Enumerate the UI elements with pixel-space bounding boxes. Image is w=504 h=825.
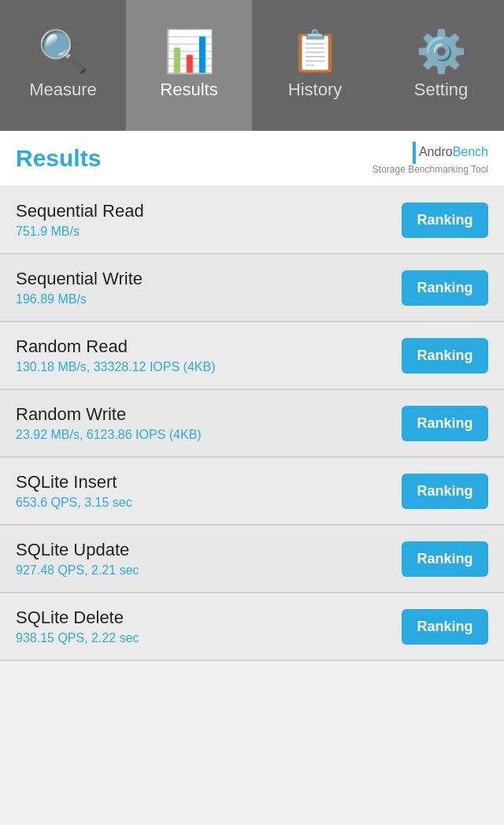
nav-label-results: Results <box>160 80 217 100</box>
result-value-1: 196.89 MB/s <box>16 292 402 307</box>
ranking-button-5[interactable]: Ranking <box>402 541 488 577</box>
result-info-6: SQLite Delete 938.15 QPS, 2.22 sec <box>16 608 402 645</box>
nav-item-setting[interactable]: ⚙️ Setting <box>378 0 504 131</box>
brand-name: AndroBench <box>413 142 488 164</box>
ranking-button-3[interactable]: Ranking <box>402 406 488 441</box>
nav-item-history[interactable]: 📋 History <box>252 0 378 131</box>
result-row: SQLite Update 927.48 QPS, 2.21 sec Ranki… <box>0 526 504 593</box>
result-name-2: Random Read <box>16 336 402 357</box>
page-title: Results <box>16 145 101 172</box>
result-info-3: Random Write 23.92 MB/s, 6123.86 IOPS (4… <box>16 404 402 442</box>
result-row: Random Write 23.92 MB/s, 6123.86 IOPS (4… <box>0 390 504 458</box>
result-value-5: 927.48 QPS, 2.21 sec <box>16 563 402 578</box>
measure-icon: 🔍 <box>38 31 89 72</box>
result-row: Sequential Read 751.9 MB/s Ranking <box>0 187 504 255</box>
result-row: SQLite Delete 938.15 QPS, 2.22 sec Ranki… <box>0 593 504 661</box>
result-name-3: Random Write <box>16 404 402 425</box>
brand-subtitle: Storage Benchmarking Tool <box>372 164 488 175</box>
nav-label-setting: Setting <box>414 80 469 100</box>
nav-item-measure[interactable]: 🔍 Measure <box>0 0 126 131</box>
result-name-5: SQLite Update <box>16 540 402 560</box>
result-info-5: SQLite Update 927.48 QPS, 2.21 sec <box>16 540 402 578</box>
nav-label-history: History <box>288 80 342 100</box>
result-info-0: Sequential Read 751.9 MB/s <box>16 201 402 239</box>
result-name-0: Sequential Read <box>16 201 402 221</box>
result-value-6: 938.15 QPS, 2.22 sec <box>16 631 402 645</box>
result-info-2: Random Read 130.18 MB/s, 33328.12 IOPS (… <box>16 336 402 374</box>
ranking-button-2[interactable]: Ranking <box>402 338 488 373</box>
result-list: Sequential Read 751.9 MB/s Ranking Seque… <box>0 187 504 661</box>
ranking-button-1[interactable]: Ranking <box>402 270 488 306</box>
result-value-3: 23.92 MB/s, 6123.86 IOPS (4KB) <box>16 428 402 442</box>
result-value-2: 130.18 MB/s, 33328.12 IOPS (4KB) <box>16 360 402 374</box>
brand-bench: Bench <box>453 145 488 158</box>
result-name-1: Sequential Write <box>16 269 402 289</box>
setting-icon: ⚙️ <box>416 31 467 72</box>
brand-andro: Andro <box>419 145 453 158</box>
history-icon: 📋 <box>290 31 341 72</box>
result-info-1: Sequential Write 196.89 MB/s <box>16 269 402 307</box>
result-info-4: SQLite Insert 653.6 QPS, 3.15 sec <box>16 472 402 510</box>
brand-logo: AndroBench Storage Benchmarking Tool <box>372 142 488 175</box>
results-header: Results AndroBench Storage Benchmarking … <box>0 131 504 187</box>
result-value-0: 751.9 MB/s <box>16 225 402 239</box>
nav-label-measure: Measure <box>29 80 97 100</box>
results-icon: 📊 <box>164 31 215 72</box>
result-value-4: 653.6 QPS, 3.15 sec <box>16 496 402 510</box>
result-name-6: SQLite Delete <box>16 608 402 628</box>
result-name-4: SQLite Insert <box>16 472 402 492</box>
ranking-button-4[interactable]: Ranking <box>402 474 488 509</box>
result-row: Random Read 130.18 MB/s, 33328.12 IOPS (… <box>0 322 504 390</box>
ranking-button-0[interactable]: Ranking <box>402 203 488 238</box>
result-row: SQLite Insert 653.6 QPS, 3.15 sec Rankin… <box>0 458 504 526</box>
nav-bar: 🔍 Measure 📊 Results 📋 History ⚙️ Setting <box>0 0 504 131</box>
result-row: Sequential Write 196.89 MB/s Ranking <box>0 255 504 322</box>
ranking-button-6[interactable]: Ranking <box>402 609 488 645</box>
brand-bar-icon <box>413 142 416 164</box>
nav-item-results[interactable]: 📊 Results <box>126 0 252 131</box>
